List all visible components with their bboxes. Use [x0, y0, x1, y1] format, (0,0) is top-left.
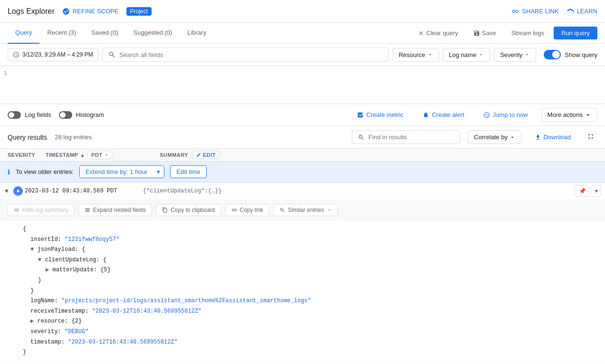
project-badge: Project — [126, 7, 152, 16]
log-fields-switch[interactable] — [8, 111, 21, 119]
copy-clipboard-button[interactable]: Copy to clipboard — [156, 204, 221, 216]
resource-filter[interactable]: Resource — [393, 48, 439, 62]
copy-link-button[interactable]: Copy link — [225, 204, 269, 216]
collapse-icon[interactable]: ▼ — [4, 188, 11, 194]
stream-logs-button[interactable]: Stream logs — [506, 27, 550, 39]
edit-icon — [196, 153, 201, 157]
log-pin-1: 📌 ▾ — [575, 185, 601, 197]
hide-log-summary-button[interactable]: Hide log summary — [8, 204, 75, 216]
tab-recent[interactable]: Recent (3) — [39, 23, 84, 44]
histogram-toggle: Histogram — [59, 111, 104, 119]
fullscreen-button[interactable] — [584, 130, 597, 144]
correlate-button[interactable]: Correlate by — [468, 130, 521, 144]
app-title: Logs Explorer — [8, 7, 55, 16]
extend-time-bar: ℹ To view older entries: Extend time by:… — [0, 162, 605, 182]
tab-library[interactable]: Library — [180, 23, 214, 44]
copy-clipboard-icon — [162, 207, 168, 213]
create-metric-button[interactable]: Create metric — [351, 108, 409, 121]
extend-time-button[interactable]: Extend time by: 1 hour ▾ — [79, 165, 164, 178]
clientupdatelog-expand[interactable]: ▼ — [38, 257, 41, 263]
search-box[interactable] — [102, 48, 389, 62]
pin-button-1[interactable]: 📌 — [575, 185, 590, 197]
hide-summary-icon — [14, 207, 19, 213]
download-button[interactable]: Download — [529, 131, 576, 144]
log-fields-toggle: Log fields — [8, 111, 51, 119]
similar-entries-chevron — [327, 208, 332, 212]
query-bar: 3/12/23, 9:29 AM – 4:29 PM Resource Log … — [0, 44, 605, 66]
log-entry-1-header[interactable]: ▼ 2023-03-12 09:43:40.569 PDT {"clientUp… — [0, 182, 605, 200]
severity-chevron-icon — [524, 52, 530, 57]
log-entry-2-header[interactable]: ▶ 2023-03-12 09:43:44.326 PDT {"clientUp… — [0, 362, 605, 364]
log-line-receivetimestamp: receiveTimestamp: "2023-03-12T16:43:40.5… — [23, 307, 590, 317]
log-line-matterupdate: ▶ matterUpdate: {5} — [23, 265, 590, 276]
info-icon: ℹ — [8, 168, 10, 176]
summary-column-header: SUMMARY EDIT — [160, 151, 597, 159]
log-line-severity: severity: "DEBUG" — [23, 327, 590, 337]
sort-asc-icon: ▲ — [80, 153, 85, 158]
learn-label: LEARN — [577, 8, 597, 15]
log-line-brace-close: } — [23, 347, 590, 358]
tz-chevron-icon — [104, 153, 109, 157]
log-entry-2: ▶ 2023-03-12 09:43:44.326 PDT {"clientUp… — [0, 362, 605, 364]
learn-icon — [567, 8, 574, 15]
more-actions-button[interactable]: More actions — [541, 108, 597, 122]
find-results-box[interactable] — [352, 130, 460, 144]
extend-time-caret-button[interactable]: ▾ — [153, 166, 164, 178]
learn-button[interactable]: LEARN — [567, 8, 597, 15]
log-content-1: { insertId: "123ifwwf8oqy57" ▼ jsonPaylo… — [0, 220, 605, 362]
log-name-filter[interactable]: Log name — [443, 48, 490, 62]
log-line-resource: ▶ resource: {2} — [23, 316, 590, 327]
edit-columns-button[interactable]: EDIT — [192, 151, 220, 159]
similar-entries-button[interactable]: Similar entries — [273, 204, 338, 216]
toolbar: Log fields Histogram Create metric Creat… — [0, 104, 605, 126]
copy-link-icon — [231, 207, 237, 213]
clear-query-button[interactable]: Clear query — [412, 27, 464, 39]
show-query-toggle[interactable]: ✓ — [544, 50, 561, 59]
results-title: Query results — [8, 134, 47, 141]
extend-text: To view older entries: — [16, 168, 74, 175]
run-query-button[interactable]: Run query — [554, 27, 597, 39]
resource-chevron-icon — [427, 52, 433, 57]
search-icon — [108, 51, 115, 58]
severity-column-header: SEVERITY — [8, 152, 46, 158]
chart-line-number: 1 — [4, 70, 7, 76]
tab-query[interactable]: Query — [8, 23, 39, 44]
edit-time-button[interactable]: Edit time — [170, 165, 207, 178]
severity-debug-icon — [13, 186, 23, 196]
expand-nested-button[interactable]: Expand nested fields — [78, 204, 152, 216]
create-metric-icon — [357, 112, 364, 118]
timezone-badge[interactable]: PDT — [87, 151, 114, 159]
fullscreen-icon — [587, 133, 595, 140]
create-alert-button[interactable]: Create alert — [417, 108, 470, 121]
extend-time-main-button[interactable]: Extend time by: 1 hour — [80, 166, 153, 178]
time-range-label: 3/12/23, 9:29 AM – 4:29 PM — [22, 51, 93, 58]
log-summary-1: {"clientUpdateLog":{…}} — [129, 188, 575, 194]
histogram-switch[interactable] — [59, 111, 72, 119]
log-list: ▼ 2023-03-12 09:43:40.569 PDT {"clientUp… — [0, 182, 605, 364]
find-results-input[interactable] — [368, 134, 454, 141]
log-line-insertid: insertId: "123ifwwf8oqy57" — [23, 235, 590, 245]
refine-scope-button[interactable]: REFINE SCOPE — [62, 8, 119, 15]
jump-to-now-button[interactable]: Jump to now — [478, 108, 534, 121]
matterupdate-expand[interactable]: ▶ — [46, 267, 49, 273]
app-header: Logs Explorer REFINE SCOPE Project SHARE… — [0, 0, 605, 23]
pin-caret-1[interactable]: ▾ — [592, 185, 601, 197]
refine-scope-icon — [62, 8, 70, 15]
search-input[interactable] — [119, 51, 383, 58]
log-action-bar-1: Hide log summary Expand nested fields Co… — [0, 200, 605, 220]
resource-expand[interactable]: ▶ — [30, 318, 34, 325]
correlate-chevron-icon — [509, 134, 515, 140]
log-line-logname: logName: "projects/project-id/logs/assis… — [23, 296, 590, 307]
share-link-button[interactable]: SHARE LINK — [511, 8, 558, 15]
expand-nested-icon — [85, 207, 90, 213]
time-range-button[interactable]: 3/12/23, 9:29 AM – 4:29 PM — [8, 48, 98, 61]
logname-chevron-icon — [478, 52, 484, 57]
tab-suggested[interactable]: Suggested (0) — [125, 23, 180, 44]
nav-actions: Clear query Save Stream logs Run query — [412, 27, 597, 39]
jsonpayload-expand[interactable]: ▼ — [30, 246, 34, 253]
timestamp-column-header[interactable]: TIMESTAMP ▲ PDT — [46, 151, 160, 159]
save-button[interactable]: Save — [468, 27, 502, 39]
severity-filter[interactable]: Severity — [494, 48, 536, 62]
tab-saved[interactable]: Saved (0) — [84, 23, 125, 44]
svg-point-0 — [17, 190, 19, 192]
